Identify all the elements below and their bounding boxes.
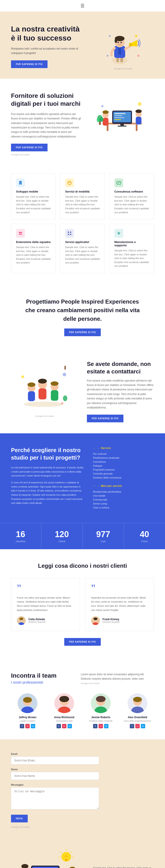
hero-section: La nostra creatività è il tuo successo R…	[0, 12, 165, 79]
instagram-icon-anna[interactable]: in	[62, 724, 66, 728]
contact-text: Se avete domande, non esitate a contatta…	[87, 361, 154, 422]
contact-section: Immagine da Freepik Se avete domande, no…	[0, 349, 165, 433]
svg-marker-10	[131, 40, 137, 46]
mobility-icon	[65, 179, 74, 187]
member-avatar-jennie	[91, 693, 111, 713]
svg-point-108	[69, 867, 75, 868]
markets-heading: →→ Mercati serviti	[93, 485, 154, 488]
twitter-icon-anna[interactable]: tw	[68, 724, 72, 728]
stats-section: 16 classifica 120 Clienti 977 Casi 40 Pr…	[0, 523, 165, 549]
hero-text: La nostra creatività è il tuo successo R…	[11, 25, 85, 68]
service-card-mobility: Servizi di mobilità Sample text. Click t…	[60, 174, 105, 219]
svg-rect-51	[28, 391, 35, 401]
hero-cta-button[interactable]: PER SAPERNE DI PIÙ	[11, 60, 47, 68]
hamburger-icon[interactable]: ☰	[80, 3, 85, 8]
service-item-2: Pianificazione strutturale	[93, 456, 154, 460]
maintenance-icon	[114, 229, 123, 238]
facebook-icon-alex[interactable]: f	[130, 724, 134, 728]
svg-point-70	[94, 618, 97, 620]
svg-point-12	[109, 35, 111, 37]
service-title-maintenance: Manutenzione e supporto	[114, 240, 149, 247]
form-group-email: Email	[11, 752, 99, 765]
digital-image	[96, 92, 148, 136]
testimonials-cta-button[interactable]: PER SAPERNE DI PIÙ	[64, 638, 101, 646]
footer-illustration	[11, 843, 84, 868]
team-right: Lorem ipsum dolor sit amet consectetur a…	[81, 672, 154, 685]
team-subtitle: I nostri professionisti	[11, 681, 72, 684]
member-socials-jennie: f in tw	[84, 724, 118, 728]
service-title-software: Consulenza software	[114, 190, 149, 193]
svg-point-103	[21, 864, 28, 868]
member-avatar-jeffrey	[18, 693, 37, 713]
contact-image	[18, 366, 71, 414]
instagram-icon-alex[interactable]: in	[135, 724, 140, 728]
twitter-icon-jeffrey[interactable]: tw	[31, 724, 35, 728]
svg-point-59	[21, 375, 24, 378]
svg-rect-22	[114, 115, 122, 116]
svg-point-44	[21, 232, 22, 234]
svg-point-82	[96, 696, 106, 702]
message-input[interactable]	[11, 787, 99, 809]
instagram-icon-jennie[interactable]: in	[99, 724, 103, 728]
testimonial-card-1: " Fusce nec tellus sed augue semper port…	[11, 578, 80, 631]
member-role-alex: Guru della programmazione	[121, 720, 154, 722]
service-item-6: Controllo generale	[93, 472, 154, 476]
contact-illustration: Immagine da Freepik	[11, 366, 78, 417]
footer-text-block: Sample text. Click to select the text bo…	[93, 866, 154, 868]
stat-number-3: 977	[87, 530, 120, 539]
stat-premi: 40 Premi	[124, 523, 165, 549]
form-img-caption: Immagine da Freepik	[11, 826, 154, 828]
svg-point-86	[133, 697, 142, 702]
member-socials-anna: f in tw	[48, 724, 81, 728]
svg-rect-106	[65, 859, 67, 861]
mobile-icon	[16, 179, 25, 187]
member-jennie: Jennie Roberts Direttore della creativit…	[84, 693, 118, 728]
message-label: Messaggio	[11, 783, 99, 786]
stat-number-1: 16	[4, 530, 37, 539]
svg-point-60	[63, 373, 66, 376]
testimonial-author-2: Frank Kinney Direttore Acquisiti	[91, 616, 148, 625]
testimonial-text-2: Imperdict dui accumsan sit amet nulla fa…	[91, 596, 148, 612]
svg-point-9	[121, 42, 122, 43]
name-input[interactable]	[11, 772, 99, 780]
instagram-icon-jeffrey[interactable]: in	[25, 724, 30, 728]
digital-text-body: Può essere una delle modifiche operative…	[11, 112, 81, 139]
twitter-icon-alex[interactable]: tw	[141, 724, 145, 728]
digital-cta-button[interactable]: PER SAPERNE DI PIÙ	[11, 144, 47, 151]
twitter-icon-jennie[interactable]: tw	[104, 724, 108, 728]
svg-rect-18	[136, 124, 137, 131]
service-text-software: Sample text. Click to select the text bo…	[114, 195, 149, 214]
contact-cta-button[interactable]: PER SAPERNE DI PIÙ	[87, 414, 124, 422]
why-right: →→ Servizi Per costruire Pianificazione …	[93, 446, 154, 509]
service-text-mobile: Sample text. Click to select the text bo…	[16, 195, 51, 214]
svg-rect-54	[38, 389, 46, 399]
service-item-3: Consulenza	[93, 460, 154, 464]
facebook-icon-anna[interactable]: f	[57, 724, 61, 728]
svg-point-50	[28, 382, 35, 387]
quote-mark-2: "	[91, 584, 148, 592]
member-name-anna: Anna Richmond	[48, 716, 81, 719]
svg-point-38	[101, 105, 103, 107]
svg-rect-92	[32, 867, 58, 868]
svg-point-74	[23, 697, 32, 703]
contact-form-section: Email Nome Messaggio INVIA Immagine da F…	[0, 739, 165, 839]
member-avatar-anna	[54, 693, 74, 713]
team-text: Lorem ipsum dolor sit amet consectetur a…	[81, 672, 154, 681]
stat-label-1: classifica	[4, 540, 37, 542]
svg-point-13	[135, 35, 137, 37]
facebook-icon-jennie[interactable]: f	[93, 724, 97, 728]
services-list: Per costruire Pianificazione strutturale…	[93, 452, 154, 479]
inspired-title: Progettiamo People Inspired Experiences …	[22, 298, 143, 323]
form-group-message: Messaggio	[11, 783, 99, 810]
facebook-icon-jeffrey[interactable]: f	[20, 724, 24, 728]
member-alex: Alex Greenfield Guru della programmazion…	[121, 693, 154, 728]
inspired-cta-button[interactable]: PER SAPERNE DI PIÙ	[64, 329, 101, 336]
member-name-jennie: Jennie Roberts	[84, 716, 118, 719]
testimonials-grid: " Fusce nec tellus sed augue semper port…	[11, 578, 154, 631]
form-submit-button[interactable]: INVIA	[11, 815, 28, 823]
hero-title: La nostra creatività è il tuo successo	[11, 25, 85, 42]
svg-point-7	[114, 38, 117, 43]
testimonial-name-1: Celia Almeda	[28, 618, 45, 621]
email-input[interactable]	[11, 756, 99, 765]
service-card-software: Consulenza software Sample text. Click t…	[109, 174, 154, 219]
